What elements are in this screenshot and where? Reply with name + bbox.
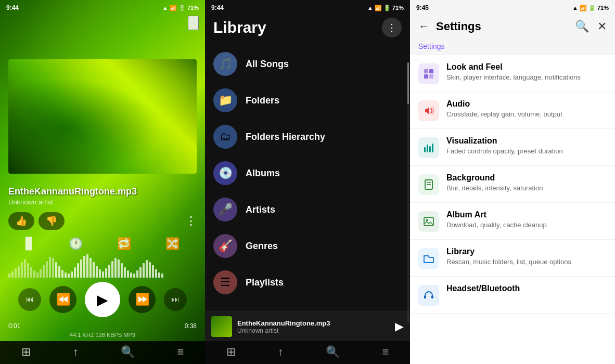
library-item[interactable]: 🎤Artists — [205, 191, 410, 228]
battery-level: 71% — [187, 5, 199, 11]
library-item-label: Artists — [246, 204, 275, 215]
settings-status-icons: ▲ 📶 🔋 71% — [572, 5, 609, 11]
waveform-bar — [24, 259, 26, 278]
settings-item-title: Audio — [446, 99, 607, 109]
more-options-button[interactable]: ⋮ — [185, 214, 197, 228]
library-header: Library ⋮ — [205, 14, 410, 46]
settings-item-title: Background — [446, 173, 607, 183]
player-actions-row: 👍 👎 ⋮ — [0, 208, 205, 234]
cast-button[interactable]: ⬡ — [188, 16, 199, 30]
waveform-bar — [58, 266, 60, 278]
waveform-bar — [143, 263, 145, 278]
library-item[interactable]: 💿Albums — [205, 155, 410, 191]
lib-battery-icon: 🔋 — [383, 5, 391, 11]
shuffle-button[interactable]: 🔀 — [165, 237, 180, 251]
waveform-bar — [127, 270, 129, 278]
waveform-bar — [46, 261, 48, 278]
settings-item-title: Library — [446, 247, 607, 256]
repeat-button[interactable]: 🔁 — [117, 237, 131, 251]
svg-rect-14 — [431, 295, 433, 298]
current-time: 0:01 — [8, 322, 20, 330]
waveform-bar — [21, 262, 23, 278]
settings-search-button[interactable]: 🔍 — [573, 18, 591, 35]
waveform-bar — [33, 270, 35, 278]
settings-item[interactable]: Look and FeelSkin, player interface, lan… — [410, 55, 615, 92]
library-item-label: Genres — [246, 241, 278, 252]
lib-nav-home-button[interactable]: ⊞ — [226, 345, 236, 359]
rewind-button[interactable]: ⏪ — [49, 286, 76, 313]
nav-equalizer-button[interactable]: ↑ — [73, 345, 79, 359]
settings-item-text: VisualizationFaded controls opacity, pre… — [446, 136, 607, 156]
settings-item[interactable]: LibraryRescan, music folders, list, queu… — [410, 240, 615, 277]
settings-item[interactable]: VisualizationFaded controls opacity, pre… — [410, 129, 615, 166]
waveform-bar — [71, 271, 73, 278]
library-item-label: Playlists — [246, 277, 284, 288]
library-item[interactable]: 🗂Folders Hierarchy — [205, 119, 410, 155]
total-time: 0:38 — [185, 322, 197, 330]
settings-item[interactable]: BackgroundBlur, details, intensity, satu… — [410, 166, 615, 203]
library-item[interactable]: 🎸Genres — [205, 228, 410, 264]
svg-point-12 — [426, 219, 428, 222]
library-title: Library — [213, 19, 266, 36]
settings-back-button[interactable]: ← — [416, 18, 432, 35]
like-button[interactable]: 👍 — [8, 212, 34, 230]
settings-close-button[interactable]: ✕ — [595, 18, 609, 35]
settings-item-desc: Blur, details, intensity, saturation — [446, 184, 607, 193]
waveform-bar — [27, 263, 29, 278]
settings-item-icon — [418, 137, 439, 158]
waveform-bar — [130, 272, 132, 278]
fast-forward-button[interactable]: ⏩ — [129, 286, 156, 313]
settings-item-title: Visualization — [446, 136, 607, 146]
settings-item[interactable]: Headset/Bluetooth — [410, 277, 615, 314]
settings-item-desc: Faded controls opacity, preset duration — [446, 147, 607, 156]
player-bottom-nav: ⊞ ↑ 🔍 ≡ — [0, 341, 205, 364]
breadcrumb-text: Settings — [418, 42, 445, 50]
waveform-bar — [43, 265, 45, 278]
waveform-bar — [161, 274, 163, 278]
waveform-bar — [124, 267, 126, 278]
settings-item-icon — [418, 248, 439, 269]
nav-home-button[interactable]: ⊞ — [21, 345, 31, 359]
library-item[interactable]: ☰Playlists — [205, 264, 410, 301]
settings-breadcrumb: Settings — [410, 40, 615, 55]
settings-item-desc: Crossfade, replay gain, volume, output — [446, 110, 607, 119]
skip-back-far-button[interactable]: ⏮ — [18, 288, 41, 311]
settings-item[interactable]: Album ArtDownload, quality, cache cleanu… — [410, 203, 615, 240]
player-status-icons: ▲ 📶 🔋 71% — [162, 5, 199, 11]
settings-item-text: AudioCrossfade, replay gain, volume, out… — [446, 99, 607, 119]
set-signal-icon: 📶 — [580, 5, 587, 11]
nav-search-button[interactable]: 🔍 — [121, 345, 135, 359]
album-art — [8, 59, 197, 174]
library-item[interactable]: 📁Folders — [205, 82, 410, 119]
waveform-bar — [15, 268, 17, 278]
nav-menu-button[interactable]: ≡ — [177, 345, 184, 359]
settings-item-text: Album ArtDownload, quality, cache cleanu… — [446, 210, 607, 230]
history-button[interactable]: 🕐 — [69, 237, 83, 251]
mini-player-artist: Unknown artist — [237, 327, 390, 334]
mini-player[interactable]: EntheKannanuRingtone.mp3 Unknown artist … — [205, 311, 410, 341]
waveform-bar — [99, 269, 101, 278]
library-item-icon: 💿 — [213, 161, 237, 185]
waveform-bar — [83, 256, 85, 278]
skip-forward-far-button[interactable]: ⏭ — [164, 288, 187, 311]
settings-item-desc: Rescan, music folders, list, queue optio… — [446, 257, 607, 267]
main-controls: ⏮ ⏪ ▶ ⏩ ⏭ — [0, 280, 205, 321]
lib-nav-menu-button[interactable]: ≡ — [382, 345, 389, 359]
equalizer-button[interactable]: ▊ — [25, 237, 34, 251]
library-item-icon: 🗂 — [213, 125, 237, 149]
lib-nav-eq-button[interactable]: ↑ — [278, 345, 284, 359]
waveform-bar — [30, 267, 32, 278]
dislike-button[interactable]: 👎 — [39, 212, 65, 230]
play-pause-button[interactable]: ▶ — [85, 282, 120, 317]
settings-item[interactable]: AudioCrossfade, replay gain, volume, out… — [410, 92, 615, 129]
waveform-bar — [86, 254, 88, 278]
lib-nav-search-button[interactable]: 🔍 — [326, 345, 340, 359]
settings-item-text: LibraryRescan, music folders, list, queu… — [446, 247, 607, 267]
waveform — [0, 254, 205, 280]
library-item[interactable]: 🎵All Songs — [205, 46, 410, 82]
mini-play-button[interactable]: ▶ — [395, 320, 404, 333]
library-item-icon: 🎸 — [213, 234, 237, 258]
artwork-area — [0, 32, 205, 182]
song-title: EntheKannanuRingtone.mp3 — [8, 186, 197, 197]
library-more-button[interactable]: ⋮ — [382, 18, 402, 37]
